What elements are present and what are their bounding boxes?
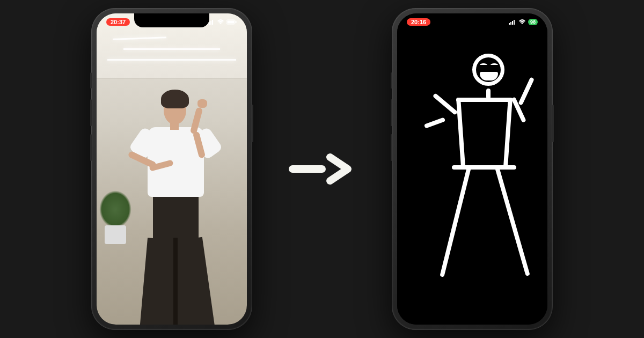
battery-pill: 98 (528, 19, 538, 25)
svg-rect-2 (210, 21, 211, 25)
status-indicators (207, 19, 237, 25)
battery-icon (226, 19, 237, 25)
recording-time-pill: 20:16 (407, 18, 430, 26)
wifi-icon (217, 19, 224, 25)
svg-rect-6 (236, 21, 237, 23)
svg-rect-10 (514, 20, 515, 25)
phone-right: 20:16 98 (392, 8, 553, 330)
svg-rect-7 (509, 23, 510, 25)
phone-left: 20:37 (91, 8, 252, 330)
stick-figure (413, 48, 531, 290)
person-figure (118, 67, 225, 325)
status-indicators: 98 (509, 19, 538, 25)
phone-left-screen: 20:37 (97, 13, 247, 325)
notch (435, 13, 510, 27)
svg-rect-8 (510, 22, 511, 25)
stick-figure-output (397, 13, 547, 325)
notch (134, 13, 209, 27)
recording-time-pill: 20:37 (106, 18, 130, 26)
arrow-icon (284, 148, 360, 190)
phone-right-screen: 20:16 98 (397, 13, 547, 325)
svg-rect-9 (512, 21, 513, 25)
camera-photo-scene (97, 13, 247, 325)
svg-rect-5 (228, 21, 235, 24)
signal-icon (509, 19, 516, 25)
svg-rect-1 (209, 22, 210, 25)
svg-rect-3 (212, 20, 213, 25)
wifi-icon (518, 19, 526, 25)
